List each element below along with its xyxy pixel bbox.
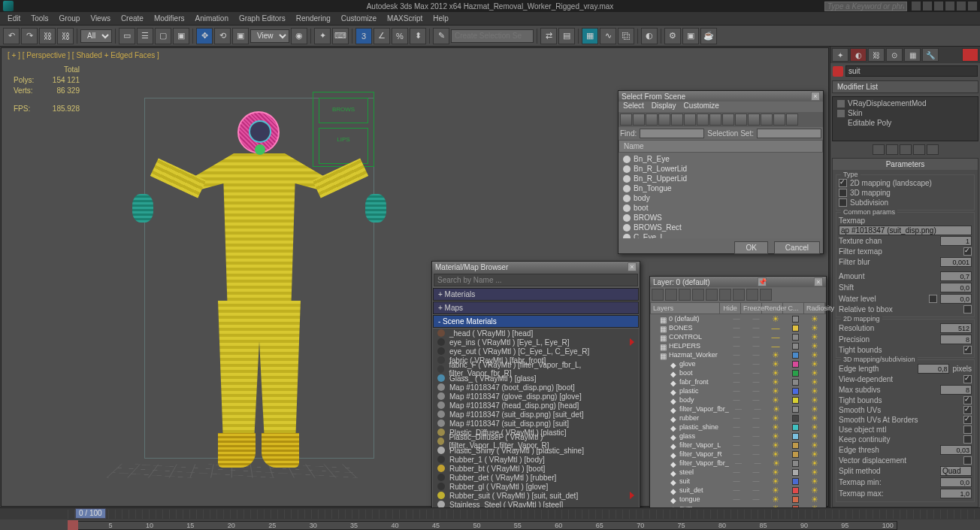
layer-color-swatch[interactable]: [792, 469, 799, 476]
select-layer-icon[interactable]: [692, 289, 704, 301]
filter-texmap-checkbox[interactable]: [963, 247, 972, 256]
menu-customize[interactable]: Customize: [337, 14, 381, 23]
material-list-item[interactable]: Map #1018347 (suit_disp.png) [suit_det]: [433, 410, 639, 419]
filter-icon[interactable]: [722, 114, 734, 126]
relative-bbox-checkbox[interactable]: [963, 305, 972, 313]
filter-icon[interactable]: [620, 114, 632, 126]
rendered-frame-icon[interactable]: ▣: [682, 28, 699, 44]
filter-icon[interactable]: [671, 114, 683, 126]
object-name-input[interactable]: [845, 65, 978, 77]
remove-modifier-icon[interactable]: [913, 144, 925, 155]
precision-spinner[interactable]: [940, 335, 972, 344]
pin-stack-icon[interactable]: [873, 144, 885, 155]
layer-color-swatch[interactable]: [792, 397, 799, 404]
texture-channel-spinner[interactable]: [940, 236, 972, 246]
freeze-toggle[interactable]: —: [746, 360, 766, 368]
align-icon[interactable]: ▤: [558, 28, 575, 44]
sfs-list-item[interactable]: Bn_R_LowerLid: [620, 164, 821, 174]
layer-color-swatch[interactable]: [792, 370, 799, 377]
lock-ui-icon[interactable]: [962, 48, 978, 62]
layer-color-swatch[interactable]: [792, 325, 799, 332]
layer-row[interactable]: ◆suit——☀☀: [650, 477, 826, 486]
layer-row[interactable]: ◆rubber——☀☀: [650, 413, 826, 422]
layer-list[interactable]: ▦0 (default)——☀☀▦BONES———☀▦CONTROL———☀▦H…: [650, 314, 826, 516]
layer-color-swatch[interactable]: [792, 496, 799, 503]
layer-color-swatch[interactable]: [792, 487, 799, 494]
modifier-item[interactable]: Skin: [848, 109, 862, 117]
vector-disp-checkbox[interactable]: [963, 456, 972, 465]
radio-subdivision[interactable]: [839, 198, 847, 207]
select-from-scene-dialog[interactable]: Select From Scene× Select Display Custom…: [618, 90, 824, 254]
hide-toggle[interactable]: —: [727, 441, 746, 449]
layer-row[interactable]: ◆plastic_shine——☀☀: [650, 422, 826, 432]
sfs-list-item[interactable]: Bn_R_Eye: [620, 154, 821, 164]
percent-snap-icon[interactable]: %: [392, 28, 408, 44]
material-editor-icon[interactable]: ◐: [641, 28, 658, 44]
layer-color-swatch[interactable]: [792, 442, 799, 449]
layer-row[interactable]: ◆filter_Vapor_L——☀☀: [650, 441, 826, 450]
layer-row[interactable]: ◆plastic——☀☀: [650, 386, 826, 395]
material-list-item[interactable]: Rubber_gl ( VRayMtl ) [glove]: [433, 482, 639, 491]
minimize-icon[interactable]: [945, 2, 954, 11]
curve-editor-icon[interactable]: ∿: [600, 28, 616, 44]
layer-row[interactable]: ◆filter_Vapor_fbr_——☀☀: [650, 404, 826, 413]
modifier-list-dropdown[interactable]: Modifier List: [832, 80, 978, 93]
layer-color-swatch[interactable]: [792, 352, 799, 359]
freeze-toggle[interactable]: —: [748, 459, 767, 467]
texmap-button[interactable]: ap #1018347 (suit_disp.png): [839, 226, 972, 235]
sfs-list-item[interactable]: BROWS_Rect: [620, 223, 821, 232]
configure-sets-icon[interactable]: [927, 144, 939, 155]
select-icon[interactable]: ▭: [119, 28, 135, 44]
material-list-item[interactable]: _head ( VRayMtl ) [head]: [433, 329, 639, 338]
material-list-item[interactable]: Rubber_det ( VRayMtl ) [rubber]: [433, 473, 639, 482]
render-toggle[interactable]: —: [766, 323, 785, 332]
modifier-toggle-icon[interactable]: [837, 110, 845, 117]
layer-color-swatch[interactable]: [792, 334, 799, 341]
freeze-toggle[interactable]: —: [746, 432, 766, 440]
layer-row[interactable]: ◆body——☀☀: [650, 395, 826, 404]
sfs-list-item[interactable]: C_Eye_L: [620, 232, 821, 238]
hide-toggle[interactable]: —: [727, 315, 746, 323]
find-input[interactable]: [640, 129, 704, 138]
unlink-icon[interactable]: ⛓: [57, 28, 74, 44]
hide-toggle[interactable]: —: [729, 459, 748, 467]
tight-bounds-checkbox[interactable]: [963, 346, 972, 354]
hide-toggle[interactable]: —: [727, 432, 746, 440]
layer-color-swatch[interactable]: [792, 415, 799, 422]
layer-row[interactable]: ▦Hazmat_Worker——☀☀: [650, 350, 826, 359]
hide-toggle[interactable]: —: [727, 414, 746, 422]
show-end-result-icon[interactable]: [886, 144, 898, 155]
material-search-input[interactable]: Search by Name ...: [434, 274, 638, 286]
layer-color-swatch[interactable]: [792, 379, 799, 386]
hide-icon[interactable]: [719, 289, 731, 301]
sfs-menu-display[interactable]: Display: [652, 101, 676, 112]
filter-icon[interactable]: [761, 114, 773, 126]
freeze-toggle[interactable]: —: [746, 414, 766, 422]
freeze-toggle[interactable]: —: [746, 324, 766, 332]
amount-spinner[interactable]: [940, 271, 972, 281]
hide-toggle[interactable]: —: [727, 396, 746, 404]
use-object-mtl-checkbox[interactable]: [963, 426, 972, 434]
delete-layer-icon[interactable]: [665, 289, 677, 301]
menu-tools[interactable]: Tools: [26, 14, 53, 23]
hide-toggle[interactable]: —: [727, 468, 746, 476]
display-tab-icon[interactable]: ▦: [904, 48, 921, 62]
hide-toggle[interactable]: —: [727, 423, 746, 431]
category-maps[interactable]: + Maps: [433, 301, 639, 314]
view-dependent-checkbox[interactable]: [963, 375, 972, 383]
sfs-list-item[interactable]: body: [620, 193, 821, 203]
hide-toggle[interactable]: —: [727, 450, 746, 458]
edge-thresh-spinner[interactable]: [940, 445, 972, 455]
filter-icon[interactable]: [735, 114, 747, 126]
named-selection-icon[interactable]: ✎: [433, 28, 449, 44]
layer-manager-icon[interactable]: ▦: [582, 28, 598, 44]
freeze-toggle[interactable]: —: [746, 495, 766, 503]
radio-2d-mapping[interactable]: [839, 179, 847, 187]
select-region-icon[interactable]: ▢: [155, 28, 171, 44]
material-list-item[interactable]: fabric_F ( VRayMtl ) [filter_Vapor_fbr_L…: [433, 365, 639, 374]
layer-manager-dialog[interactable]: Layer: 0 (default)📌× Layers Hide Freeze …: [649, 276, 827, 521]
ok-button[interactable]: OK: [734, 241, 767, 254]
hide-toggle[interactable]: —: [727, 486, 746, 494]
layer-props-icon[interactable]: [760, 289, 772, 301]
freeze-toggle[interactable]: —: [746, 387, 766, 395]
